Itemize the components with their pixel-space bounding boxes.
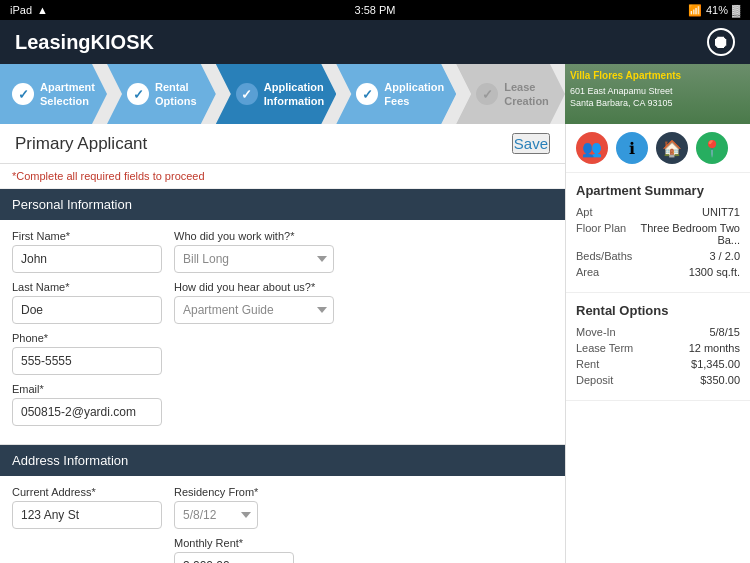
deposit-row: Deposit $350.00 bbox=[576, 374, 740, 386]
property-name: Villa Flores Apartments bbox=[570, 69, 681, 82]
rental-options-section: Rental Options Move-In 5/8/15 Lease Term… bbox=[566, 293, 750, 401]
step-application-fees[interactable]: ✓ ApplicationFees bbox=[336, 64, 456, 124]
last-name-label: Last Name* bbox=[12, 281, 162, 293]
device-label: iPad bbox=[10, 4, 32, 16]
status-left: iPad ▲ bbox=[10, 4, 48, 16]
floor-plan-value: Three Bedroom Two Ba... bbox=[630, 222, 740, 246]
rent-row: Rent $1,345.00 bbox=[576, 358, 740, 370]
beds-baths-value: 3 / 2.0 bbox=[709, 250, 740, 262]
right-sidebar: 👥 ℹ 🏠 📍 Apartment Summary Apt UNIT71 Flo… bbox=[565, 124, 750, 563]
step1-check: ✓ bbox=[12, 83, 34, 105]
battery-icon: ▓ bbox=[732, 4, 740, 16]
lease-term-row: Lease Term 12 months bbox=[576, 342, 740, 354]
property-icons: 👥 ℹ 🏠 📍 bbox=[566, 124, 750, 173]
deposit-value: $350.00 bbox=[700, 374, 740, 386]
step2-check: ✓ bbox=[127, 83, 149, 105]
phone-group: Phone* bbox=[12, 332, 162, 375]
main-layout: Primary Applicant Save *Complete all req… bbox=[0, 124, 750, 563]
how-heard-group: How did you hear about us?* Apartment Gu… bbox=[174, 281, 334, 324]
residency-from-group: Residency From* 5/8/12 bbox=[174, 486, 258, 529]
step3-label: ApplicationInformation bbox=[264, 80, 325, 109]
step-apartment-selection[interactable]: ✓ ApartmentSelection bbox=[0, 64, 107, 124]
personal-info-header: Personal Information bbox=[0, 189, 565, 220]
rent-label: Rent bbox=[576, 358, 599, 370]
step5-check: ✓ bbox=[476, 83, 498, 105]
step-lease-creation[interactable]: ✓ LeaseCreation bbox=[456, 64, 565, 124]
step-application-information[interactable]: ✓ ApplicationInformation bbox=[216, 64, 337, 124]
move-in-value: 5/8/15 bbox=[709, 326, 740, 338]
bluetooth-icon: 📶 bbox=[688, 4, 702, 17]
info-icon[interactable]: ℹ bbox=[616, 132, 648, 164]
phone-label: Phone* bbox=[12, 332, 162, 344]
rent-value: $1,345.00 bbox=[691, 358, 740, 370]
logo-prefix: Leasing bbox=[15, 31, 91, 53]
app-header: LeasingKIOSK ⏺ bbox=[0, 20, 750, 64]
residency-from-select[interactable]: 5/8/12 bbox=[174, 501, 258, 529]
area-value: 1300 sq.ft. bbox=[689, 266, 740, 278]
home-icon[interactable]: 🏠 bbox=[656, 132, 688, 164]
step4-label: ApplicationFees bbox=[384, 80, 444, 109]
form-row-4: Email* bbox=[12, 383, 553, 426]
save-button[interactable]: Save bbox=[512, 133, 550, 154]
floor-plan-label: Floor Plan bbox=[576, 222, 626, 246]
people-icon[interactable]: 👥 bbox=[576, 132, 608, 164]
apt-value: UNIT71 bbox=[702, 206, 740, 218]
apt-label: Apt bbox=[576, 206, 593, 218]
last-name-group: Last Name* bbox=[12, 281, 162, 324]
address-info-header: Address Information bbox=[0, 445, 565, 476]
deposit-label: Deposit bbox=[576, 374, 613, 386]
how-heard-label: How did you hear about us?* bbox=[174, 281, 334, 293]
monthly-rent-input[interactable] bbox=[174, 552, 294, 563]
who-worked-select[interactable]: Bill Long bbox=[174, 245, 334, 273]
floor-plan-row: Floor Plan Three Bedroom Two Ba... bbox=[576, 222, 740, 246]
step-rental-options[interactable]: ✓ RentalOptions bbox=[107, 64, 216, 124]
who-worked-group: Who did you work with?* Bill Long bbox=[174, 230, 334, 273]
form-row-2: Last Name* How did you hear about us?* A… bbox=[12, 281, 553, 324]
logo-suffix: KIOSK bbox=[91, 31, 154, 53]
status-right: 📶 41% ▓ bbox=[688, 4, 740, 17]
page-title: Primary Applicant bbox=[15, 134, 147, 154]
status-time: 3:58 PM bbox=[355, 4, 396, 16]
addr-row-2: Monthly Rent* bbox=[12, 537, 553, 563]
apartment-summary-section: Apartment Summary Apt UNIT71 Floor Plan … bbox=[566, 173, 750, 293]
map-icon[interactable]: 📍 bbox=[696, 132, 728, 164]
apt-summary-title: Apartment Summary bbox=[576, 183, 740, 198]
beds-baths-row: Beds/Baths 3 / 2.0 bbox=[576, 250, 740, 262]
content-area: Primary Applicant Save *Complete all req… bbox=[0, 124, 565, 563]
property-image: Villa Flores Apartments 601 East Anapamu… bbox=[565, 64, 750, 124]
move-in-row: Move-In 5/8/15 bbox=[576, 326, 740, 338]
address-info-form: Current Address* Residency From* 5/8/12 … bbox=[0, 476, 565, 563]
email-group: Email* bbox=[12, 383, 162, 426]
first-name-input[interactable] bbox=[12, 245, 162, 273]
monthly-rent-group: Monthly Rent* bbox=[174, 537, 294, 563]
apt-row: Apt UNIT71 bbox=[576, 206, 740, 218]
page-title-bar: Primary Applicant Save bbox=[0, 124, 565, 164]
phone-input[interactable] bbox=[12, 347, 162, 375]
last-name-input[interactable] bbox=[12, 296, 162, 324]
step2-label: RentalOptions bbox=[155, 80, 197, 109]
step1-label: ApartmentSelection bbox=[40, 80, 95, 109]
required-note: *Complete all required fields to proceed bbox=[0, 164, 565, 189]
form-row-3: Phone* bbox=[12, 332, 553, 375]
addr-row-1: Current Address* Residency From* 5/8/12 bbox=[12, 486, 553, 529]
form-row-1: First Name* Who did you work with?* Bill… bbox=[12, 230, 553, 273]
battery-label: 41% bbox=[706, 4, 728, 16]
area-row: Area 1300 sq.ft. bbox=[576, 266, 740, 278]
step5-label: LeaseCreation bbox=[504, 80, 549, 109]
app-logo: LeasingKIOSK bbox=[15, 31, 154, 54]
power-button[interactable]: ⏺ bbox=[707, 28, 735, 56]
current-address-group: Current Address* bbox=[12, 486, 162, 529]
current-address-input[interactable] bbox=[12, 501, 162, 529]
property-banner: Villa Flores Apartments 601 East Anapamu… bbox=[565, 64, 750, 124]
step4-check: ✓ bbox=[356, 83, 378, 105]
lease-term-label: Lease Term bbox=[576, 342, 633, 354]
progress-nav: ✓ ApartmentSelection ✓ RentalOptions ✓ A… bbox=[0, 64, 750, 124]
area-label: Area bbox=[576, 266, 599, 278]
residency-from-label: Residency From* bbox=[174, 486, 258, 498]
lease-term-value: 12 months bbox=[689, 342, 740, 354]
step3-check: ✓ bbox=[236, 83, 258, 105]
how-heard-select[interactable]: Apartment Guide bbox=[174, 296, 334, 324]
rental-title: Rental Options bbox=[576, 303, 740, 318]
email-input[interactable] bbox=[12, 398, 162, 426]
email-label: Email* bbox=[12, 383, 162, 395]
